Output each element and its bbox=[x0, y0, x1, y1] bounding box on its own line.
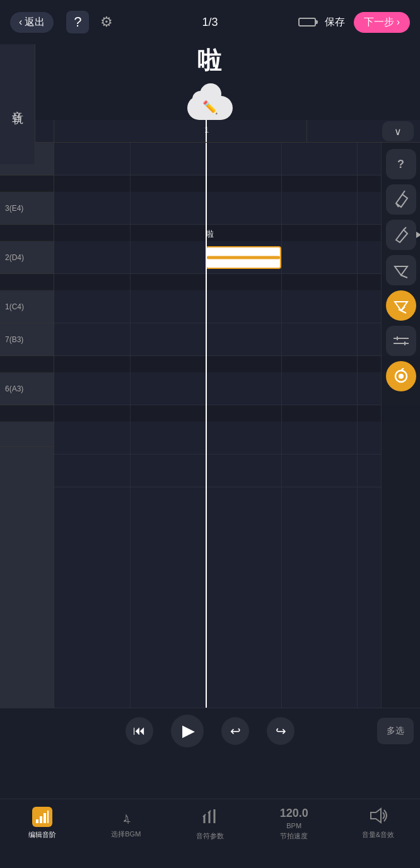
bpm-value: 120.0 bbox=[280, 807, 308, 820]
svg-line-3 bbox=[401, 275, 407, 278]
grid-col-line bbox=[357, 143, 358, 708]
piano-key-black-5 bbox=[0, 405, 54, 422]
velocity-down-icon bbox=[392, 261, 410, 279]
erase-tool-btn[interactable] bbox=[386, 184, 416, 215]
play-button[interactable]: ▶ bbox=[171, 715, 204, 747]
nav-item-volume[interactable]: 音量&音效 bbox=[336, 807, 420, 840]
svg-marker-21 bbox=[371, 809, 381, 823]
settings-icon[interactable]: ⚙ bbox=[100, 14, 113, 30]
nav-item-note-params[interactable]: 音符参数 bbox=[168, 807, 252, 841]
svg-rect-13 bbox=[40, 816, 42, 823]
playhead bbox=[206, 143, 207, 708]
piano-key-label: 3(E4) bbox=[5, 204, 23, 213]
top-bar-left: ‹ 返出 ? ⚙ bbox=[10, 11, 113, 33]
track-label: 音轨 bbox=[0, 44, 35, 164]
grid-row bbox=[54, 422, 420, 455]
svg-line-2 bbox=[404, 227, 406, 230]
piano-key-label: 2(D4) bbox=[5, 253, 24, 262]
piano-roll-section: 1 ∨ 4(F4) 3(E4) bbox=[0, 120, 420, 753]
svg-rect-14 bbox=[44, 813, 46, 823]
undo-button[interactable]: ↩ bbox=[221, 717, 249, 745]
collapse-button[interactable]: ∨ bbox=[382, 121, 414, 141]
help-settings-icons: ? ⚙ bbox=[66, 11, 113, 33]
grid-row-black bbox=[54, 175, 420, 192]
nav-item-bgm[interactable]: ♪ + 选择BGM bbox=[84, 807, 168, 839]
velocity-active-btn[interactable] bbox=[386, 290, 416, 321]
grid-row bbox=[54, 455, 420, 487]
grid-row-black bbox=[54, 356, 420, 372]
nav-label-note-params: 音符参数 bbox=[196, 831, 224, 841]
collapse-icon: ∨ bbox=[394, 126, 402, 138]
help-tool-btn[interactable]: ? bbox=[386, 149, 416, 179]
multi-select-button[interactable]: 多选 bbox=[377, 718, 414, 744]
piano-key-e4[interactable]: 3(E4) bbox=[0, 192, 54, 225]
song-title: 啦 bbox=[197, 45, 223, 77]
piano-key-b3[interactable]: 7(B3) bbox=[0, 323, 54, 356]
next-arrow-icon: › bbox=[397, 16, 400, 28]
piano-keys: 4(F4) 3(E4) 2(D4) 1(C4) bbox=[0, 143, 54, 708]
piano-key-label: 7(B3) bbox=[5, 335, 23, 344]
loop-icon bbox=[393, 368, 409, 384]
nav-label-edit-scale: 编辑音阶 bbox=[28, 830, 56, 840]
piano-key-a3[interactable]: 6(A3) bbox=[0, 372, 54, 405]
transport-bar: ⏮ ▶ ↩ ↪ 多选 bbox=[0, 708, 420, 753]
back-button[interactable]: ‹ 返出 bbox=[10, 12, 54, 33]
grid-row-black bbox=[54, 274, 420, 290]
edit-cloud-area[interactable]: ✏️ bbox=[187, 85, 233, 120]
quantize-btn[interactable] bbox=[386, 326, 416, 356]
grid-area[interactable]: 啦 bbox=[54, 143, 420, 708]
piano-key-extra[interactable] bbox=[0, 422, 54, 447]
rewind-icon: ⏮ bbox=[133, 723, 146, 738]
piano-key-black-3 bbox=[0, 274, 54, 290]
piano-key-black-4 bbox=[0, 356, 54, 372]
volume-icon bbox=[368, 807, 387, 827]
nav-label-bgm: 选择BGM bbox=[111, 829, 141, 839]
top-bar-right: 保存 下一步 › bbox=[298, 12, 410, 33]
right-tools-panel: ? bbox=[381, 143, 420, 708]
svg-point-9 bbox=[399, 374, 404, 379]
back-label: 返出 bbox=[25, 16, 45, 29]
velocity-down-btn[interactable] bbox=[386, 255, 416, 285]
note-params-icon bbox=[201, 807, 219, 828]
svg-line-11 bbox=[401, 371, 404, 371]
nav-item-bpm[interactable]: 120.0 BPM 节拍速度 bbox=[252, 807, 336, 841]
grid-row-d4: 啦 bbox=[54, 241, 420, 274]
svg-rect-12 bbox=[36, 819, 38, 823]
piano-key-black bbox=[0, 175, 54, 192]
nav-label-volume: 音量&音效 bbox=[362, 830, 394, 840]
next-button[interactable]: 下一步 › bbox=[354, 12, 410, 33]
grid-col-line bbox=[281, 143, 282, 708]
piano-key-c4[interactable]: 1(C4) bbox=[0, 290, 54, 323]
quantize-icon bbox=[392, 336, 410, 346]
grid-row-black bbox=[54, 225, 420, 241]
piano-key-d4[interactable]: 2(D4) bbox=[0, 241, 54, 274]
nav-item-edit-scale[interactable]: 编辑音阶 bbox=[0, 807, 84, 840]
play-icon: ▶ bbox=[182, 721, 195, 740]
redo-icon: ↪ bbox=[276, 723, 286, 739]
nav-label-bpm: 节拍速度 bbox=[280, 831, 308, 841]
note-block[interactable] bbox=[206, 246, 281, 269]
draw-tool-btn[interactable] bbox=[386, 220, 416, 250]
page-indicator: 1/3 bbox=[202, 16, 218, 29]
draw-icon bbox=[392, 226, 410, 244]
grid-row bbox=[54, 290, 420, 323]
save-button[interactable]: 保存 bbox=[325, 16, 345, 29]
help-icon[interactable]: ? bbox=[66, 11, 89, 33]
loop-btn[interactable] bbox=[386, 361, 416, 391]
transport-controls: ⏮ ▶ ↩ ↪ bbox=[125, 715, 295, 747]
main-content: 啦 ✏️ 1 ∨ bbox=[0, 44, 420, 753]
grid-row bbox=[54, 143, 420, 175]
grid-row bbox=[54, 372, 420, 405]
top-bar: ‹ 返出 ? ⚙ 1/3 保存 下一步 › bbox=[0, 0, 420, 44]
title-section: 啦 ✏️ bbox=[0, 44, 420, 120]
undo-icon: ↩ bbox=[230, 723, 241, 739]
piano-key-label: 1(C4) bbox=[5, 302, 24, 311]
grid-row bbox=[54, 323, 420, 356]
tool-arrow-right bbox=[416, 232, 421, 238]
pencil-cloud-icon: ✏️ bbox=[202, 100, 218, 115]
piano-roll-body: 4(F4) 3(E4) 2(D4) 1(C4) bbox=[0, 143, 420, 708]
multi-select-label: 多选 bbox=[387, 725, 404, 737]
redo-button[interactable]: ↪ bbox=[267, 717, 295, 745]
bpm-unit: BPM bbox=[286, 822, 301, 829]
rewind-button[interactable]: ⏮ bbox=[125, 717, 153, 745]
